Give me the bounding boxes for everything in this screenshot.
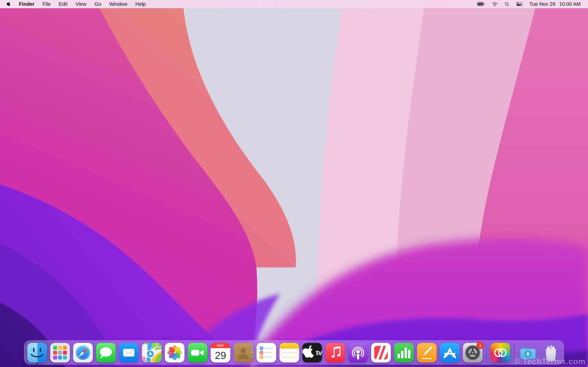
calendar-month-label: NOV (211, 343, 230, 348)
apple-menu-icon[interactable] (7, 1, 11, 7)
dock-separator (486, 343, 487, 362)
dock-icon-contacts[interactable] (234, 343, 253, 362)
dock-icon-safari[interactable] (73, 343, 93, 362)
notification-badge: 1 (476, 342, 484, 349)
dock-icon-pages[interactable] (417, 343, 437, 362)
calendar-day-label: 29 (211, 348, 230, 362)
wifi-icon[interactable] (492, 2, 498, 6)
dock: NOV 29 (24, 340, 564, 365)
watermark: © TechTerms.com (514, 357, 586, 366)
dock-icon-appletv[interactable]: tv (303, 343, 322, 362)
notes-header (279, 343, 299, 348)
appletv-label: tv (316, 349, 322, 356)
notes-line (282, 357, 297, 357)
dock-icon-creative-cloud[interactable] (491, 343, 510, 362)
dock-icon-reminders[interactable] (257, 343, 276, 362)
menu-item-help[interactable]: Help (135, 1, 146, 7)
menu-bar: Finder File Edit View Go Window Help (0, 0, 588, 8)
dock-icon-numbers[interactable] (394, 343, 414, 362)
dock-icon-messages[interactable] (96, 343, 116, 362)
dock-icon-mail[interactable] (119, 343, 138, 362)
apple-logo-glyph (303, 343, 316, 362)
menu-item-finder[interactable]: Finder (19, 1, 35, 7)
finder-running-indicator (36, 363, 38, 365)
dock-icon-podcasts[interactable] (348, 343, 368, 362)
dock-icon-finder[interactable] (27, 343, 47, 362)
dock-icon-launchpad[interactable] (50, 343, 70, 362)
menu-item-file[interactable]: File (43, 1, 51, 7)
dock-icon-maps[interactable] (142, 343, 162, 362)
menu-item-edit[interactable]: Edit (59, 1, 67, 7)
dock-icon-news[interactable] (371, 343, 391, 362)
dock-icon-system-preferences[interactable]: 1 (463, 343, 483, 362)
menu-item-view[interactable]: View (75, 1, 86, 7)
spotlight-search-icon[interactable] (505, 2, 509, 7)
macos-desktop: { "menubar": { "active_app": "Finder", "… (0, 0, 588, 367)
menu-bar-date: Tue Nov 29 (529, 1, 555, 7)
dock-icon-photos[interactable] (165, 343, 184, 362)
menu-item-go[interactable]: Go (95, 1, 101, 7)
notes-line (282, 352, 297, 353)
dock-icon-music[interactable] (325, 343, 345, 362)
notes-perforation (279, 348, 299, 349)
dock-icon-calendar[interactable]: NOV 29 (211, 343, 230, 362)
dock-icon-facetime[interactable] (188, 343, 207, 362)
battery-charging-icon[interactable] (477, 2, 485, 6)
menu-bar-time: 10:00 AM (559, 1, 581, 7)
dock-icon-appstore[interactable] (440, 343, 459, 362)
dock-icon-notes[interactable] (279, 343, 299, 362)
desktop-wallpaper (0, 0, 588, 367)
menu-bar-clock[interactable]: Tue Nov 29 10:00 AM (529, 1, 581, 7)
menu-item-window[interactable]: Window (109, 1, 127, 7)
control-center-icon[interactable] (516, 2, 522, 6)
